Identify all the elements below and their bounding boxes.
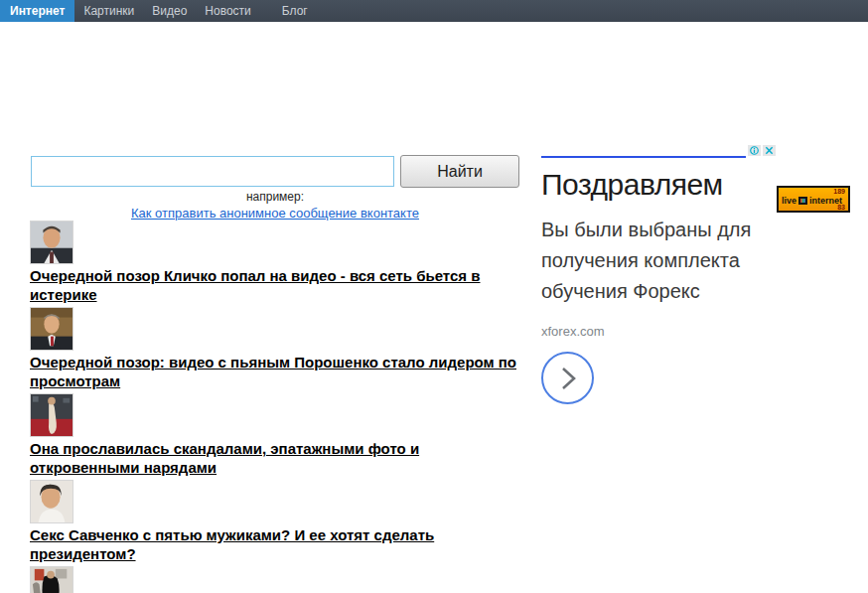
- search-input[interactable]: [31, 156, 394, 187]
- news-item: Секс Савченко с пятью мужиками? И ее хот…: [30, 480, 526, 563]
- chevron-right-icon: [557, 366, 579, 391]
- nav-item-video[interactable]: Видео: [143, 0, 196, 22]
- ad-unit: Поздравляем Вы были выбраны для получени…: [541, 145, 776, 404]
- news-link[interactable]: Очередной позор: видео с пьяным Порошенк…: [30, 353, 526, 390]
- ad-domain: xforex.com: [541, 324, 776, 339]
- counter-value-bottom: 83: [837, 204, 845, 211]
- news-item: Очередной позор Кличко попал на видео - …: [30, 221, 526, 304]
- ad-header: [541, 145, 776, 159]
- liveinternet-brand: live internet: [782, 196, 842, 206]
- news-link[interactable]: Очередной позор Кличко попал на видео - …: [30, 266, 526, 304]
- brand-left-label: live: [782, 196, 796, 206]
- search-button[interactable]: Найти: [400, 155, 519, 188]
- ad-title: Поздравляем: [541, 168, 776, 202]
- example-link[interactable]: Как отправить анонимное сообщение вконта…: [131, 206, 419, 221]
- news-item: Очередной позор: видео с пьяным Порошенк…: [30, 307, 526, 390]
- adchoices-icon[interactable]: [748, 145, 761, 156]
- ad-body: Вы были выбраны для получения комплекта …: [541, 215, 776, 307]
- ad-close-icon[interactable]: [763, 145, 776, 156]
- nav-item-blog[interactable]: Блог: [273, 0, 317, 22]
- search-hint: например: Как отправить анонимное сообще…: [31, 190, 519, 222]
- counter-value-top: 189: [833, 188, 845, 195]
- news-thumbnail[interactable]: [30, 566, 73, 593]
- nav-item-internet[interactable]: Интернет: [0, 0, 74, 22]
- ad-arrow-button[interactable]: [541, 352, 594, 404]
- search-area: Найти: [31, 155, 519, 188]
- news-list: Очередной позор Кличко попал на видео - …: [30, 221, 526, 593]
- nav-item-pictures[interactable]: Картинки: [74, 0, 143, 22]
- news-item: Она прославилась скандалами, эпатажными …: [30, 393, 526, 477]
- news-thumbnail[interactable]: [30, 307, 73, 351]
- tv-icon: [798, 197, 807, 205]
- news-link[interactable]: Секс Савченко с пятью мужиками? И ее хот…: [30, 525, 526, 563]
- news-thumbnail[interactable]: [30, 480, 73, 523]
- page: Интернет Картинки Видео Новости Блог Най…: [0, 0, 868, 593]
- ad-separator-line: [541, 156, 746, 158]
- news-thumbnail[interactable]: [30, 221, 73, 264]
- news-link[interactable]: Она прославилась скандалами, эпатажными …: [30, 439, 526, 477]
- hint-label: например:: [31, 190, 519, 204]
- liveinternet-badge[interactable]: 189 live internet 83: [777, 186, 850, 213]
- nav-bar: Интернет Картинки Видео Новости Блог: [0, 0, 868, 22]
- nav-item-news[interactable]: Новости: [196, 0, 259, 22]
- news-item: Поститься и голодать - полезно. За это о…: [30, 566, 526, 593]
- news-thumbnail[interactable]: [30, 393, 73, 437]
